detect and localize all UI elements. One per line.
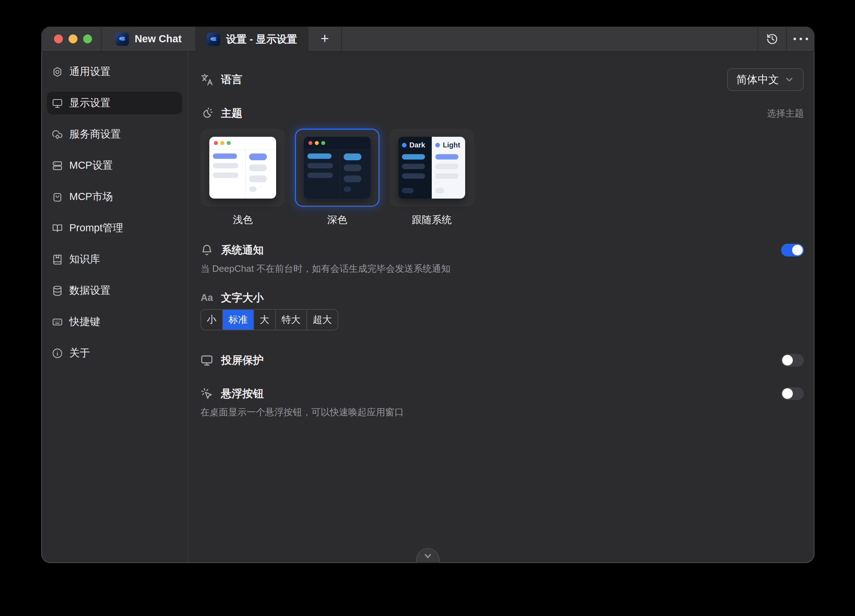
book-open-icon	[52, 223, 63, 234]
font-size-option-standard[interactable]: 标准	[223, 310, 254, 330]
shopping-bag-icon	[52, 191, 63, 202]
bell-icon	[201, 244, 213, 257]
plus-icon: +	[320, 31, 329, 46]
system-theme-preview: Dark Light	[398, 137, 465, 199]
theme-option-dark[interactable]	[295, 128, 380, 207]
system-notification-row: 系统通知	[201, 242, 804, 258]
titlebar: New Chat 设置 - 显示设置 +	[41, 27, 815, 52]
monitor-icon	[52, 98, 63, 109]
keyboard-icon	[52, 316, 63, 327]
theme-hint: 选择主题	[767, 107, 804, 120]
chevron-down-icon	[784, 74, 795, 85]
deepchat-settings-window: New Chat 设置 - 显示设置 +	[41, 27, 815, 563]
history-icon	[766, 33, 778, 45]
theme-dark-label: 深色	[327, 213, 347, 227]
font-size-title: 文字大小	[221, 290, 264, 305]
monitor-icon	[201, 354, 213, 367]
zoom-button[interactable]	[83, 34, 92, 43]
sun-moon-icon	[201, 107, 213, 120]
sidebar-item-display[interactable]: 显示设置	[47, 92, 182, 115]
database-icon	[52, 285, 63, 296]
tab-label: New Chat	[135, 33, 182, 45]
system-notification-toggle[interactable]	[781, 244, 804, 257]
mouse-pointer-click-icon	[201, 387, 213, 400]
tab-label: 设置 - 显示设置	[226, 32, 297, 47]
theme-title: 主题	[221, 106, 242, 121]
sidebar-item-mcp-market[interactable]: MCP市场	[47, 185, 182, 208]
theme-options: 浅色	[201, 128, 804, 227]
display-settings-panel: 语言 简体中文 主题 选择主题	[188, 52, 815, 563]
font-size-option-xxlarge[interactable]: 超大	[307, 310, 338, 330]
language-select[interactable]: 简体中文	[727, 68, 804, 91]
book-marked-icon	[52, 254, 63, 265]
screen-protection-toggle[interactable]	[781, 354, 804, 367]
language-row: 语言 简体中文	[201, 67, 804, 92]
settings-sidebar: 通用设置 显示设置 服务商设置 MCP设置	[41, 52, 188, 563]
theme-row: 主题 选择主题	[201, 106, 804, 121]
dark-theme-preview	[304, 137, 371, 199]
tab-settings-display[interactable]: 设置 - 显示设置	[195, 27, 308, 52]
light-theme-preview	[209, 137, 276, 199]
settings-nut-icon	[52, 66, 63, 78]
font-size-option-small[interactable]: 小	[201, 310, 223, 330]
language-title: 语言	[221, 72, 242, 87]
system-notification-description: 当 DeepChat 不在前台时，如有会话生成完毕会发送系统通知	[201, 263, 804, 274]
minimize-button[interactable]	[69, 34, 77, 43]
cloud-cog-icon	[52, 129, 63, 140]
languages-icon	[201, 73, 213, 86]
deepchat-logo-icon	[207, 33, 220, 46]
chevron-down-icon	[423, 551, 433, 561]
new-tab-button[interactable]: +	[308, 27, 341, 51]
font-size-option-large[interactable]: 大	[254, 310, 276, 330]
screen-protection-title: 投屏保护	[221, 353, 264, 368]
font-size-option-xlarge[interactable]: 特大	[276, 310, 307, 330]
floating-button-toggle[interactable]	[781, 387, 804, 400]
theme-option-system[interactable]: Dark Light	[389, 128, 474, 207]
sidebar-item-providers[interactable]: 服务商设置	[47, 123, 182, 146]
theme-option-light[interactable]	[201, 128, 285, 207]
sidebar-item-shortcuts[interactable]: 快捷键	[47, 310, 182, 333]
screen-protection-row: 投屏保护	[201, 352, 804, 368]
ellipsis-icon	[794, 38, 808, 40]
tab-new-chat[interactable]: New Chat	[102, 27, 195, 51]
info-icon	[52, 348, 63, 359]
floating-button-row: 悬浮按钮	[201, 386, 804, 401]
sidebar-item-knowledge[interactable]: 知识库	[47, 248, 182, 271]
server-icon	[52, 160, 63, 171]
font-size-row: Aa 文字大小	[201, 290, 804, 306]
theme-light-label: 浅色	[233, 213, 253, 227]
sidebar-item-about[interactable]: 关于	[47, 342, 182, 364]
font-size-icon: Aa	[201, 292, 213, 303]
titlebar-drag-area	[342, 27, 758, 51]
close-button[interactable]	[54, 34, 63, 43]
history-button[interactable]	[758, 27, 786, 51]
system-notification-title: 系统通知	[221, 243, 264, 258]
deepchat-logo-icon	[115, 32, 129, 46]
traffic-lights	[41, 27, 101, 51]
sidebar-item-prompt[interactable]: Prompt管理	[47, 217, 182, 240]
font-size-segmented-control: 小 标准 大 特大 超大	[201, 309, 338, 330]
sidebar-item-mcp-settings[interactable]: MCP设置	[47, 154, 182, 177]
sidebar-item-general[interactable]: 通用设置	[47, 60, 182, 83]
language-selected-value: 简体中文	[736, 72, 779, 87]
sidebar-item-data[interactable]: 数据设置	[47, 279, 182, 302]
floating-button-description: 在桌面显示一个悬浮按钮，可以快速唤起应用窗口	[201, 407, 804, 418]
theme-system-label: 跟随系统	[412, 213, 452, 227]
more-options-button[interactable]	[787, 27, 815, 51]
floating-button-title: 悬浮按钮	[221, 387, 264, 401]
